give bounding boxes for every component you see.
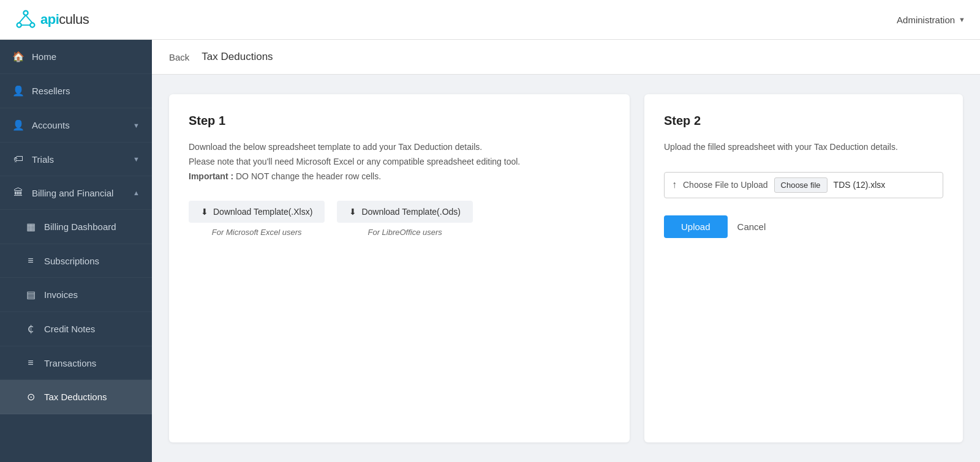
credit-notes-icon: ₵ xyxy=(24,323,37,335)
invoices-icon: ▤ xyxy=(24,289,37,300)
trials-icon: 🏷 xyxy=(12,154,24,165)
sidebar: 🏠 Home 👤 Resellers 👤 Accounts ▼ 🏷 Trials… xyxy=(0,40,152,462)
download-xlsx-icon: ⬇ xyxy=(201,207,208,217)
admin-chevron-icon: ▼ xyxy=(959,16,965,23)
sidebar-label-billing-dashboard: Billing Dashboard xyxy=(44,222,140,232)
download-xlsx-button[interactable]: ⬇ Download Template(.Xlsx) xyxy=(189,201,325,223)
logo[interactable]: apiculus xyxy=(15,9,89,31)
sidebar-item-resellers[interactable]: 👤 Resellers xyxy=(0,74,152,108)
choose-file-label: Choose File to Upload xyxy=(683,180,768,190)
sidebar-item-tax-deductions[interactable]: ⊙ Tax Deductions xyxy=(0,380,152,414)
step1-desc-line1: Download the below spreadsheet template … xyxy=(189,142,482,152)
svg-point-0 xyxy=(23,11,28,15)
selected-file-name: TDS (12).xlsx xyxy=(834,180,886,190)
sidebar-label-billing-financial: Billing and Financial xyxy=(32,188,126,198)
step1-important-label: Important : xyxy=(189,171,233,181)
svg-line-3 xyxy=(19,15,26,23)
sidebar-label-home: Home xyxy=(32,51,140,62)
sidebar-label-resellers: Resellers xyxy=(32,86,140,96)
svg-line-4 xyxy=(26,15,32,23)
sidebar-item-subscriptions[interactable]: ≡ Subscriptions xyxy=(0,244,152,278)
sidebar-item-home[interactable]: 🏠 Home xyxy=(0,40,152,74)
download-buttons: ⬇ Download Template(.Xlsx) For Microsoft… xyxy=(189,201,610,237)
sidebar-label-tax-deductions: Tax Deductions xyxy=(44,392,140,402)
logo-text: apiculus xyxy=(40,12,89,28)
accounts-icon: 👤 xyxy=(12,119,24,131)
upload-button[interactable]: Upload xyxy=(664,215,728,238)
upload-arrow-icon: ↑ xyxy=(672,179,677,190)
billing-chevron-icon: ▲ xyxy=(133,189,140,196)
sidebar-label-trials: Trials xyxy=(32,154,126,165)
xlsx-download-group: ⬇ Download Template(.Xlsx) For Microsoft… xyxy=(189,201,325,237)
ods-download-group: ⬇ Download Template(.Ods) For LibreOffic… xyxy=(337,201,473,237)
subscriptions-icon: ≡ xyxy=(24,255,37,266)
step1-description: Download the below spreadsheet template … xyxy=(189,140,610,184)
content-body: Step 1 Download the below spreadsheet te… xyxy=(152,75,980,462)
step2-description: Upload the filled spreadsheet with your … xyxy=(664,140,943,155)
main-content: Back Tax Deductions Step 1 Download the … xyxy=(152,40,980,462)
sidebar-item-transactions[interactable]: ≡ Transactions xyxy=(0,346,152,380)
sidebar-label-invoices: Invoices xyxy=(44,289,140,300)
step1-heading: Step 1 xyxy=(189,114,610,128)
sidebar-label-subscriptions: Subscriptions xyxy=(44,256,140,266)
sidebar-item-billing-dashboard[interactable]: ▦ Billing Dashboard xyxy=(0,210,152,244)
sidebar-item-invoices[interactable]: ▤ Invoices xyxy=(0,278,152,312)
cancel-button[interactable]: Cancel xyxy=(737,222,766,232)
tax-deductions-icon: ⊙ xyxy=(24,391,37,403)
ods-user-label: For LibreOffice users xyxy=(368,228,442,237)
billing-dashboard-icon: ▦ xyxy=(24,221,37,233)
sidebar-item-trials[interactable]: 🏷 Trials ▼ xyxy=(0,143,152,176)
transactions-icon: ≡ xyxy=(24,357,37,368)
step1-card: Step 1 Download the below spreadsheet te… xyxy=(169,94,630,442)
back-link[interactable]: Back xyxy=(169,52,189,62)
download-ods-icon: ⬇ xyxy=(349,207,356,217)
logo-icon xyxy=(15,9,37,31)
billing-financial-icon: 🏛 xyxy=(12,187,24,198)
sidebar-item-accounts[interactable]: 👤 Accounts ▼ xyxy=(0,108,152,143)
breadcrumb-bar: Back Tax Deductions xyxy=(152,40,980,75)
sidebar-item-billing-financial[interactable]: 🏛 Billing and Financial ▲ xyxy=(0,176,152,210)
choose-file-button[interactable]: Choose file xyxy=(774,177,827,193)
top-navigation: apiculus Administration ▼ xyxy=(0,0,980,40)
sidebar-label-credit-notes: Credit Notes xyxy=(44,324,140,334)
step1-important-text: DO NOT change the header row cells. xyxy=(236,171,381,181)
sidebar-item-credit-notes[interactable]: ₵ Credit Notes xyxy=(0,312,152,346)
xlsx-user-label: For Microsoft Excel users xyxy=(212,228,302,237)
sidebar-label-transactions: Transactions xyxy=(44,358,140,368)
admin-menu[interactable]: Administration ▼ xyxy=(897,15,965,25)
page-title: Tax Deductions xyxy=(202,51,273,63)
admin-label: Administration xyxy=(897,15,955,25)
step2-heading: Step 2 xyxy=(664,114,943,128)
step1-desc-line2: Please note that you'll need Microsoft E… xyxy=(189,157,520,166)
download-ods-label: Download Template(.Ods) xyxy=(361,207,461,217)
action-buttons: Upload Cancel xyxy=(664,215,943,238)
file-input-row: ↑ Choose File to Upload Choose file TDS … xyxy=(664,172,943,198)
sidebar-label-accounts: Accounts xyxy=(32,120,126,130)
resellers-icon: 👤 xyxy=(12,85,24,97)
svg-point-1 xyxy=(17,23,21,27)
accounts-chevron-icon: ▼ xyxy=(133,122,140,129)
step2-card: Step 2 Upload the filled spreadsheet wit… xyxy=(644,94,963,442)
download-ods-button[interactable]: ⬇ Download Template(.Ods) xyxy=(337,201,473,223)
svg-point-2 xyxy=(30,23,34,27)
home-icon: 🏠 xyxy=(12,51,24,62)
trials-chevron-icon: ▼ xyxy=(133,155,140,163)
download-xlsx-label: Download Template(.Xlsx) xyxy=(213,207,312,217)
